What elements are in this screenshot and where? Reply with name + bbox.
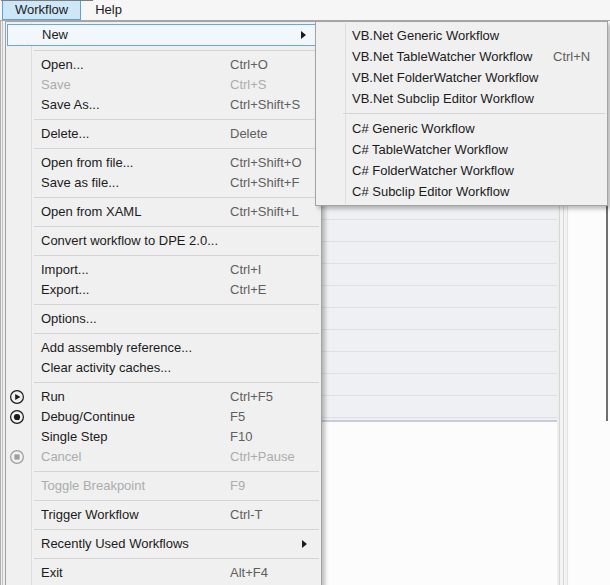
- menu-item-vb-net-subclip-editor-workflow[interactable]: VB.Net Subclip Editor Workflow: [317, 88, 606, 109]
- menu-item-cancel[interactable]: CancelCtrl+Pause: [7, 447, 320, 467]
- menu-item-import[interactable]: Import...Ctrl+I: [7, 260, 320, 280]
- cancel-icon: [9, 449, 25, 465]
- menu-item-label: C# Generic Workflow: [317, 118, 606, 139]
- menu-separator: [34, 50, 319, 51]
- menu-item-open-from-file[interactable]: Open from file...Ctrl+Shift+O: [7, 153, 320, 173]
- menu-item-label: New: [8, 25, 319, 45]
- menu-item-c-generic-workflow[interactable]: C# Generic Workflow: [317, 118, 606, 139]
- menu-item-label: VB.Net Subclip Editor Workflow: [317, 88, 606, 109]
- menu-item-clear-activity-caches[interactable]: Clear activity caches...: [7, 358, 320, 378]
- menu-item-trigger-workflow[interactable]: Trigger WorkflowCtrl-T: [7, 505, 320, 525]
- menu-separator: [34, 471, 319, 472]
- menu-item-label: C# FolderWatcher Workflow: [317, 160, 606, 181]
- menu-separator: [34, 333, 319, 334]
- menu-separator: [34, 529, 319, 530]
- menu-item-label: Convert workflow to DPE 2.0...: [7, 231, 320, 251]
- window-top-border: [1, 0, 93, 1]
- menu-item-single-step[interactable]: Single StepF10: [7, 427, 320, 447]
- menu-separator: [34, 500, 319, 501]
- menu-item-shortcut: F5: [230, 407, 245, 427]
- menu-item-shortcut: Ctrl+F5: [230, 387, 273, 407]
- app-window: { "menubar": { "items": [ { "label": "Wo…: [0, 0, 610, 585]
- menu-item-shortcut: Ctrl+Shift+O: [230, 153, 302, 173]
- menu-item-label: Recently Used Workflows: [7, 534, 320, 554]
- menu-item-shortcut: F9: [230, 476, 245, 496]
- menu-item-label: Delete...: [7, 124, 320, 144]
- menu-item-delete[interactable]: Delete...Delete: [7, 124, 320, 144]
- menu-item-shortcut: Ctrl+Pause: [230, 447, 295, 467]
- menu-item-shortcut: Ctrl+Shift+L: [230, 202, 299, 222]
- menu-item-new[interactable]: New: [7, 24, 320, 46]
- menu-item-label: Single Step: [7, 427, 320, 447]
- menu-item-convert-workflow-to-dpe-2-0[interactable]: Convert workflow to DPE 2.0...: [7, 231, 320, 251]
- menu-item-add-assembly-reference[interactable]: Add assembly reference...: [7, 338, 320, 358]
- menu-item-shortcut: Ctrl+Shift+F: [230, 173, 299, 193]
- menu-item-options[interactable]: Options...: [7, 309, 320, 329]
- menu-item-label: VB.Net FolderWatcher Workflow: [317, 67, 606, 88]
- menu-separator: [343, 113, 605, 114]
- menu-item-save-as[interactable]: Save As...Ctrl+Shift+S: [7, 95, 320, 115]
- menu-item-toggle-breakpoint[interactable]: Toggle BreakpointF9: [7, 476, 320, 496]
- submenu-arrow-icon: [301, 31, 306, 39]
- menu-item-run[interactable]: RunCtrl+F5: [7, 387, 320, 407]
- menu-item-vb-net-tablewatcher-workflow[interactable]: VB.Net TableWatcher WorkflowCtrl+N: [317, 46, 606, 67]
- menu-item-shortcut: Ctrl+O: [230, 55, 268, 75]
- menu-item-shortcut: Ctrl-T: [230, 505, 263, 525]
- run-icon: [9, 389, 25, 405]
- menu-item-shortcut: Alt+F4: [230, 563, 268, 583]
- menu-item-c-folderwatcher-workflow[interactable]: C# FolderWatcher Workflow: [317, 160, 606, 181]
- new-submenu: VB.Net Generic WorkflowVB.Net TableWatch…: [315, 21, 608, 206]
- menu-item-save[interactable]: SaveCtrl+S: [7, 75, 320, 95]
- menu-separator: [34, 255, 319, 256]
- menu-separator: [34, 148, 319, 149]
- menu-separator: [34, 304, 319, 305]
- menu-item-label: Debug/Continue: [7, 407, 320, 427]
- menu-item-open-from-xaml[interactable]: Open from XAMLCtrl+Shift+L: [7, 202, 320, 222]
- menu-separator: [34, 382, 319, 383]
- menu-item-export[interactable]: Export...Ctrl+E: [7, 280, 320, 300]
- menu-item-open[interactable]: Open...Ctrl+O: [7, 55, 320, 75]
- menu-item-c-subclip-editor-workflow[interactable]: C# Subclip Editor Workflow: [317, 181, 606, 202]
- menu-item-shortcut: Delete: [230, 124, 268, 144]
- menu-item-label: VB.Net Generic Workflow: [317, 25, 606, 46]
- menubar-item-help[interactable]: Help: [85, 1, 132, 19]
- menu-item-recently-used-workflows[interactable]: Recently Used Workflows: [7, 534, 320, 554]
- menu-item-label: Export...: [7, 280, 320, 300]
- menu-separator: [34, 226, 319, 227]
- menu-item-label: Clear activity caches...: [7, 358, 320, 378]
- menu-item-c-tablewatcher-workflow[interactable]: C# TableWatcher Workflow: [317, 139, 606, 160]
- menu-item-label: Save: [7, 75, 320, 95]
- menu-item-label: Open...: [7, 55, 320, 75]
- menu-item-vb-net-folderwatcher-workflow[interactable]: VB.Net FolderWatcher Workflow: [317, 67, 606, 88]
- menubar-item-workflow[interactable]: Workflow: [2, 0, 81, 20]
- menu-separator: [34, 558, 319, 559]
- menu-item-debug-continue[interactable]: Debug/ContinueF5: [7, 407, 320, 427]
- menu-separator: [34, 119, 319, 120]
- menu-item-label: Run: [7, 387, 320, 407]
- debug-icon: [9, 409, 25, 425]
- menu-item-label: Import...: [7, 260, 320, 280]
- workflow-dropdown-menu: NewOpen...Ctrl+OSaveCtrl+SSave As...Ctrl…: [5, 21, 322, 585]
- menu-item-shortcut: Ctrl+S: [230, 75, 266, 95]
- menu-bar: WorkflowHelp: [0, 0, 610, 21]
- menu-separator: [34, 197, 319, 198]
- menu-item-label: Options...: [7, 309, 320, 329]
- menu-item-vb-net-generic-workflow[interactable]: VB.Net Generic Workflow: [317, 25, 606, 46]
- menu-item-label: Trigger Workflow: [7, 505, 320, 525]
- menu-item-save-as-file[interactable]: Save as file...Ctrl+Shift+F: [7, 173, 320, 193]
- menu-item-shortcut: Ctrl+Shift+S: [230, 95, 300, 115]
- menu-item-label: Add assembly reference...: [7, 338, 320, 358]
- menu-item-label: Toggle Breakpoint: [7, 476, 320, 496]
- menu-item-shortcut: Ctrl+E: [230, 280, 266, 300]
- menu-item-label: C# TableWatcher Workflow: [317, 139, 606, 160]
- menu-item-shortcut: Ctrl+N: [553, 46, 590, 67]
- submenu-arrow-icon: [302, 540, 307, 548]
- menu-item-shortcut: Ctrl+I: [230, 260, 261, 280]
- menu-item-label: C# Subclip Editor Workflow: [317, 181, 606, 202]
- menu-item-exit[interactable]: ExitAlt+F4: [7, 563, 320, 583]
- menu-item-shortcut: F10: [230, 427, 252, 447]
- menu-item-label: Exit: [7, 563, 320, 583]
